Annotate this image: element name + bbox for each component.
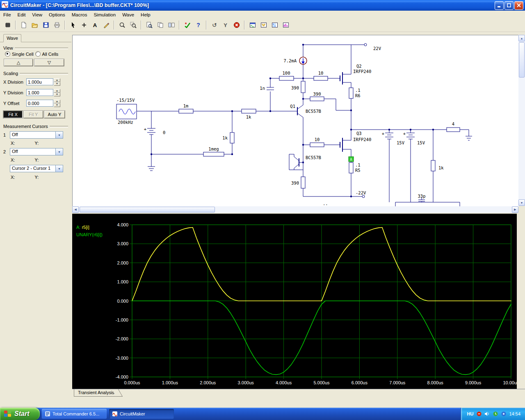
new-document-button[interactable] — [18, 20, 29, 30]
tray-icon-volume[interactable] — [484, 411, 490, 417]
menu-macros[interactable]: Macros — [68, 11, 91, 18]
window-title: CircuitMaker - [C:\Program Files\...\BD … — [10, 2, 495, 8]
save-file-button[interactable] — [41, 20, 51, 30]
toolbar-separator — [206, 21, 207, 30]
restore-button[interactable] — [504, 1, 514, 10]
reset-icon: ↺ — [212, 22, 217, 28]
run-analyses-button[interactable] — [182, 20, 192, 30]
tab-wave[interactable]: Wave — [3, 34, 21, 42]
print-button[interactable] — [52, 20, 62, 30]
schematic-label: BC557B — [306, 109, 321, 114]
analog-display-button[interactable] — [281, 20, 291, 30]
x-division-spinner[interactable]: ▲▼ — [54, 78, 60, 86]
schematic-label: 1m — [183, 103, 189, 108]
taskbar-clock[interactable]: 14:54 — [509, 411, 520, 416]
y-offset-spinner[interactable]: ▲▼ — [54, 100, 60, 107]
schematic-label: R6 — [355, 93, 361, 98]
menu-simulation[interactable]: Simulation — [90, 11, 119, 18]
mixed-display-button[interactable] — [269, 20, 280, 30]
task-button-total-commander[interactable]: Total Commander 6.5... — [42, 409, 107, 419]
fit-x-button[interactable]: Fit X — [3, 111, 23, 118]
part-browser-button[interactable] — [2, 20, 13, 30]
schematic-label: -22V — [356, 190, 366, 195]
probe-tool-button[interactable]: Y — [220, 20, 231, 30]
all-cells-radio[interactable] — [35, 51, 41, 57]
menu-options[interactable]: Options — [46, 11, 68, 18]
waveform-window-button[interactable] — [247, 20, 258, 30]
dropdown-arrow-icon: ▼ — [55, 131, 63, 139]
waveform-canvas[interactable]: 0.000us1.000us2.000us3.000us4.000us5.000… — [72, 214, 517, 389]
resistor-1m — [179, 109, 193, 113]
split-view-button[interactable] — [166, 20, 176, 30]
schematic-canvas[interactable]: 22V7.2mAQ2IRFP240100101n390.1R6390-15/15… — [73, 35, 519, 206]
resistor-1k-shunt — [230, 132, 234, 143]
find-part-button[interactable] — [144, 20, 154, 30]
wire-tool-button[interactable] — [101, 20, 111, 30]
schematic-horizontal-scrollbar[interactable]: ◀ ▶ — [72, 206, 518, 213]
text-tool-button[interactable]: A — [90, 20, 100, 30]
digital-display-button[interactable] — [258, 20, 269, 30]
scroll-left-arrow[interactable]: ◀ — [72, 206, 79, 213]
tab-transient-analysis[interactable]: Transient Analysis — [74, 389, 117, 397]
start-button[interactable]: Start — [0, 408, 40, 420]
x-division-input[interactable]: 1.000u — [26, 78, 53, 85]
cursor-diff-xy-row: X:Y: — [11, 175, 39, 180]
resistor-4 — [447, 128, 460, 132]
toolbar-separator — [244, 21, 245, 30]
toolbar-separator — [114, 21, 114, 30]
menu-file[interactable]: File — [0, 11, 14, 18]
tray-icon-antivirus[interactable] — [476, 411, 482, 417]
menu-view[interactable]: View — [29, 11, 46, 18]
page-down-button[interactable]: ▽ — [34, 59, 64, 66]
schematic-label: IRFP240 — [353, 69, 371, 74]
help-button[interactable]: ? — [193, 20, 203, 30]
x-tick-label: 2.000us — [200, 380, 216, 385]
menu-help[interactable]: Help — [137, 11, 154, 18]
close-button[interactable] — [514, 1, 523, 10]
menu-wave[interactable]: Wave — [119, 11, 137, 18]
toolbar-separator — [141, 21, 142, 30]
place-part-button[interactable] — [79, 20, 89, 30]
minimize-button[interactable] — [495, 1, 504, 10]
resistor-390-mid — [310, 97, 324, 101]
cursor-diff-select[interactable]: Cursor 2 - Cursor 1▼ — [10, 165, 63, 172]
single-cell-radio[interactable] — [5, 51, 10, 57]
schematic-vertical-scrollbar[interactable]: ▲ ▼ — [518, 35, 525, 206]
stop-simulation-button[interactable] — [231, 20, 242, 30]
y-division-input[interactable]: 1.000 — [26, 89, 53, 96]
scroll-right-arrow[interactable]: ▶ — [512, 206, 518, 213]
tray-icon-network[interactable] — [501, 411, 506, 417]
page-up-button[interactable]: △ — [4, 59, 33, 66]
schematic-label: + — [382, 131, 384, 136]
waveform-plot[interactable]: 0.000us1.000us2.000us3.000us4.000us5.000… — [72, 214, 517, 389]
current-source[interactable] — [299, 57, 307, 64]
y-division-spinner[interactable]: ▲▼ — [54, 89, 60, 96]
cursor1-select[interactable]: Off▼ — [10, 131, 63, 139]
scroll-up-arrow[interactable]: ▲ — [518, 35, 525, 41]
task-button-circuitmaker[interactable]: CircuitMaker — [109, 409, 174, 419]
open-file-button[interactable] — [30, 20, 40, 30]
pencil-icon — [103, 22, 110, 28]
language-indicator[interactable]: HU — [467, 411, 474, 416]
cursor-tool-button[interactable] — [68, 20, 78, 30]
horizontal-scroll-thumb[interactable] — [80, 207, 215, 212]
signal-source[interactable] — [116, 104, 137, 119]
scroll-down-arrow[interactable]: ▼ — [518, 199, 525, 206]
zoom-window-button[interactable] — [128, 20, 138, 30]
x-tick-label: 3.000us — [238, 380, 254, 385]
tray-icon-scheduler[interactable] — [493, 411, 498, 417]
menu-edit[interactable]: Edit — [14, 11, 29, 18]
fit-y-button[interactable]: Fit Y — [24, 111, 43, 118]
resistor-100 — [279, 76, 294, 80]
split-panes-icon — [168, 22, 175, 28]
reset-simulation-button[interactable]: ↺ — [209, 20, 219, 30]
schematic-area[interactable]: 22V7.2mAQ2IRFP240100101n390.1R6390-15/15… — [72, 35, 519, 206]
zoom-tool-button[interactable] — [117, 20, 127, 30]
schematic-components[interactable] — [116, 43, 460, 198]
copy-page-button[interactable] — [155, 20, 165, 30]
y-offset-input[interactable]: 0.000 — [26, 100, 53, 107]
circuitmaker-task-icon — [112, 411, 118, 417]
vertical-scroll-thumb[interactable] — [519, 42, 525, 78]
auto-y-button[interactable]: Auto Y — [44, 111, 65, 118]
cursor2-select[interactable]: Off▼ — [10, 148, 63, 155]
